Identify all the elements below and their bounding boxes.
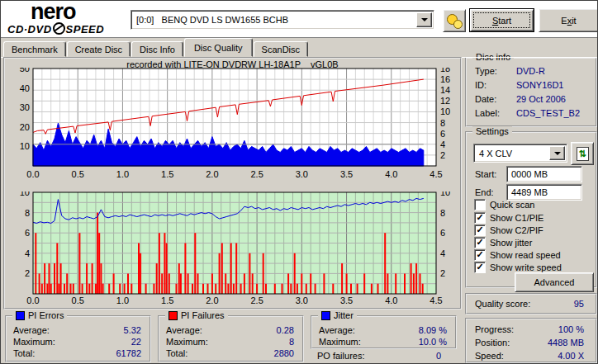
svg-text:8: 8 — [25, 208, 30, 218]
nero-logo: nero CD·DVDSPEED — [7, 1, 107, 35]
disc-type-row: Type:DVD-R — [467, 64, 596, 78]
tab-disc-quality[interactable]: Disc Quality — [184, 38, 253, 57]
scan-speed-dropdown-button[interactable] — [549, 146, 565, 160]
tab-disc-info[interactable]: Disc Info — [131, 41, 183, 57]
pi-failures-stats-group: PI Failures Average:0.28 Maximum:8 Total… — [158, 315, 304, 362]
tab-scandisc[interactable]: ScanDisc — [254, 41, 308, 57]
jitter-stats-group: Jitter Average:8.09 % Maximum:10.0 % — [311, 315, 457, 349]
checkbox-box[interactable] — [474, 199, 486, 210]
start-position-label: Start: — [475, 169, 496, 179]
checkbox-show-c1-pie[interactable]: ✓Show C1/PIE — [474, 212, 543, 224]
svg-text:0.0: 0.0 — [26, 169, 39, 179]
jitter-average-row: Average:8.09 % — [319, 324, 447, 336]
drive-selector-dropdown-button[interactable] — [416, 12, 432, 27]
tab-create-disc[interactable]: Create Disc — [67, 41, 131, 57]
svg-text:0.5: 0.5 — [72, 295, 84, 305]
svg-text:16: 16 — [440, 74, 450, 84]
start-position-input[interactable]: 0000 MB — [506, 166, 582, 182]
pi-errors-stats-title: PI Errors — [28, 310, 64, 320]
po-failures-value: 0 — [436, 351, 441, 361]
quality-score-label: Quality score: — [475, 299, 530, 309]
svg-text:2: 2 — [440, 268, 445, 278]
svg-text:10: 10 — [20, 191, 30, 197]
svg-text:1.0: 1.0 — [116, 295, 129, 305]
drive-selector[interactable]: [0:0] BENQ DVD LS DW1655 BCHB — [131, 10, 434, 30]
svg-text:1.0: 1.0 — [116, 169, 129, 179]
svg-text:50: 50 — [20, 68, 30, 73]
disc-date-row: Date:29 Oct 2006 — [467, 92, 596, 106]
svg-text:3.0: 3.0 — [296, 169, 308, 179]
scan-speed-value: 4 X CLV — [474, 149, 548, 158]
po-failures-label: PO failures: — [317, 351, 364, 361]
checkbox-box[interactable]: ✓ — [474, 212, 486, 224]
checkbox-box[interactable]: ✓ — [474, 225, 486, 236]
svg-text:0.5: 0.5 — [72, 169, 84, 179]
svg-text:1.5: 1.5 — [161, 295, 173, 305]
checkbox-box[interactable]: ✓ — [474, 237, 486, 248]
start-button[interactable]: Start — [469, 8, 534, 32]
disc-label-row: Label:CDS_TEST_B2 — [467, 106, 596, 121]
drive-selector-value: [0:0] BENQ DVD LS DW1655 BCHB — [131, 15, 415, 25]
svg-text:6: 6 — [440, 129, 445, 139]
pi-errors-total-row: Total:61782 — [13, 347, 141, 359]
jitter-maximum-row: Maximum:10.0 % — [319, 336, 447, 347]
progress-row: Progress:100 % — [467, 323, 596, 336]
exit-button[interactable]: Exit — [539, 8, 598, 32]
pi-errors-maximum-row: Maximum:22 — [13, 336, 141, 347]
jitter-legend-icon — [321, 311, 330, 320]
position-row: Position:4488 MB — [467, 336, 596, 349]
svg-text:3.5: 3.5 — [340, 295, 353, 305]
checkbox-show-write-speed[interactable]: ✓Show write speed — [474, 262, 562, 273]
disc-icon — [53, 22, 65, 35]
progress-panel: Progress:100 % Position:4488 MB Speed:4.… — [465, 318, 597, 363]
svg-text:6: 6 — [440, 228, 445, 238]
pi-errors-chart: 1020304050246810121416180.00.51.01.52.02… — [5, 68, 463, 190]
app-window: nero CD·DVDSPEED [0:0] BENQ DVD LS DW165… — [0, 0, 598, 364]
pi-failures-legend-icon — [168, 311, 178, 320]
svg-text:4.5: 4.5 — [430, 169, 442, 179]
pi-errors-stats-group: PI Errors Average:5.32 Maximum:22 Total:… — [5, 315, 151, 362]
pi-failures-stats-title: PI Failures — [181, 310, 225, 320]
svg-text:8: 8 — [440, 208, 445, 218]
disc-id-row: ID:SONY16D1 — [467, 78, 596, 92]
checkbox-quick-scan[interactable]: Quick scan — [474, 199, 534, 210]
options-button[interactable] — [443, 9, 466, 32]
tab-benchmark[interactable]: Benchmark — [3, 41, 66, 57]
pi-failures-maximum-row: Maximum:8 — [166, 336, 294, 347]
svg-text:2.0: 2.0 — [206, 295, 218, 305]
settings-title: Settings — [472, 126, 512, 136]
chevron-down-icon — [554, 152, 561, 155]
svg-text:4: 4 — [25, 248, 30, 258]
toolbar: nero CD·DVDSPEED [0:0] BENQ DVD LS DW165… — [1, 1, 598, 38]
svg-text:3.5: 3.5 — [340, 169, 353, 179]
svg-text:2: 2 — [25, 268, 30, 278]
pi-errors-average-row: Average:5.32 — [13, 324, 141, 336]
gears-icon — [447, 13, 462, 28]
svg-text:18: 18 — [440, 68, 450, 73]
svg-text:12: 12 — [440, 96, 450, 106]
checkbox-box[interactable]: ✓ — [474, 262, 486, 273]
svg-text:14: 14 — [440, 85, 450, 95]
checkbox-show-read-speed[interactable]: ✓Show read speed — [474, 249, 561, 261]
chart-panel: recorded with LITE-ON DVDRW LH-18A1P vGL… — [3, 57, 462, 310]
svg-text:2.0: 2.0 — [206, 169, 218, 179]
po-failures-row: PO failures: 0 — [317, 351, 449, 361]
svg-text:2: 2 — [440, 150, 445, 160]
speed-row: Speed:4.00 X — [467, 349, 596, 362]
settings-group: Settings 4 X CLV ⇅ Start: 0000 MB End: 4… — [465, 131, 597, 288]
advanced-button[interactable]: Advanced — [515, 272, 594, 292]
svg-text:4: 4 — [440, 139, 445, 149]
checkbox-box[interactable]: ✓ — [474, 249, 486, 261]
end-position-input[interactable]: 4489 MB — [506, 184, 582, 201]
svg-text:30: 30 — [20, 102, 30, 112]
chevron-down-icon — [421, 18, 428, 21]
pi-failures-jitter-chart: 2468102468100.00.51.01.52.02.53.03.54.04… — [5, 191, 463, 309]
logo-text-cddvdspeed: CD·DVDSPEED — [7, 22, 107, 35]
logo-text-nero: nero — [31, 1, 107, 22]
tab-bar: Benchmark Create Disc Disc Info Disc Qua… — [3, 40, 309, 57]
checkbox-show-jitter[interactable]: ✓Show jitter — [474, 237, 532, 248]
checkbox-show-c2-pif[interactable]: ✓Show C2/PIF — [474, 225, 543, 236]
svg-text:0.0: 0.0 — [26, 295, 39, 305]
scan-speed-select[interactable]: 4 X CLV — [473, 144, 567, 163]
refresh-button[interactable]: ⇅ — [571, 142, 594, 165]
